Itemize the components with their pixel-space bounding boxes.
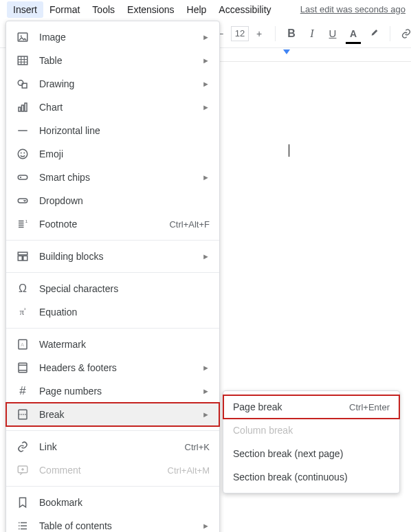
toolbar-divider bbox=[275, 26, 276, 41]
menu-item-label: Headers & footers bbox=[39, 362, 202, 373]
menu-item-break[interactable]: Break► bbox=[6, 403, 219, 426]
svg-rect-18 bbox=[23, 256, 27, 261]
menu-item-label: Image bbox=[39, 32, 202, 43]
submenu-arrow-icon: ► bbox=[202, 80, 210, 88]
menu-item-shortcut: Ctrl+K bbox=[185, 442, 210, 452]
link-icon bbox=[401, 28, 411, 39]
underline-button[interactable]: U bbox=[324, 25, 342, 43]
submenu-item-page-break[interactable]: Page breakCtrl+Enter bbox=[223, 395, 399, 419]
font-size-plus[interactable]: + bbox=[250, 25, 268, 43]
svg-point-2 bbox=[21, 35, 22, 36]
menu-item-equation[interactable]: π²Equation bbox=[6, 300, 219, 324]
menu-accessibility[interactable]: Accessibility bbox=[212, 1, 277, 18]
menu-item-label: Equation bbox=[39, 307, 210, 318]
smartchips-icon bbox=[16, 170, 30, 184]
submenu-arrow-icon: ► bbox=[202, 173, 210, 181]
menu-item-smart-chips[interactable]: Smart chips► bbox=[6, 166, 219, 189]
emoji-icon bbox=[16, 147, 30, 161]
menu-extensions[interactable]: Extensions bbox=[121, 1, 180, 18]
submenu-arrow-icon: ► bbox=[202, 56, 210, 65]
submenu-arrow-icon: ► bbox=[202, 252, 210, 261]
submenu-item-label: Section break (next page) bbox=[233, 448, 390, 459]
svg-point-9 bbox=[18, 149, 27, 159]
text-color-button[interactable]: A bbox=[344, 25, 362, 43]
menu-item-chart[interactable]: Chart► bbox=[6, 96, 219, 119]
menu-item-page-numbers[interactable]: #Page numbers► bbox=[6, 379, 219, 403]
svg-rect-21 bbox=[19, 363, 27, 373]
menu-item-shortcut: Ctrl+Alt+M bbox=[168, 465, 210, 476]
table-icon bbox=[16, 54, 30, 67]
svg-point-10 bbox=[21, 153, 22, 154]
menu-item-link[interactable]: LinkCtrl+K bbox=[6, 435, 219, 458]
submenu-arrow-icon: ► bbox=[202, 364, 210, 372]
submenu-item-column-break: Column break bbox=[223, 419, 399, 442]
svg-rect-12 bbox=[18, 175, 27, 179]
menu-item-shortcut: Ctrl+Alt+F bbox=[169, 219, 210, 230]
last-edit-link[interactable]: Last edit was seconds ago bbox=[300, 4, 406, 14]
submenu-item-section-break-continuous-[interactable]: Section break (continuous) bbox=[223, 465, 399, 489]
svg-point-13 bbox=[20, 177, 21, 178]
submenu-arrow-icon: ► bbox=[202, 33, 210, 41]
menu-item-table[interactable]: Table► bbox=[6, 49, 219, 72]
font-size-input[interactable]: 12 bbox=[231, 26, 249, 41]
menu-item-table-of-contents[interactable]: Table of contents► bbox=[6, 514, 219, 532]
menu-separator bbox=[6, 328, 219, 329]
menu-item-label: Bookmark bbox=[39, 497, 210, 508]
menu-item-label: Footnote bbox=[39, 219, 169, 230]
highlight-color-button[interactable] bbox=[365, 25, 383, 43]
chart-icon bbox=[16, 100, 30, 114]
menu-item-label: Special characters bbox=[39, 283, 210, 294]
svg-point-11 bbox=[23, 153, 25, 154]
dropdown-icon bbox=[16, 194, 30, 208]
italic-button[interactable]: I bbox=[303, 25, 321, 43]
watermark-icon: A bbox=[16, 337, 30, 351]
menu-item-bookmark[interactable]: Bookmark bbox=[6, 491, 219, 514]
menubar: Insert Format Tools Extensions Help Acce… bbox=[0, 0, 411, 19]
menu-tools[interactable]: Tools bbox=[86, 1, 121, 18]
bold-button[interactable]: B bbox=[282, 25, 300, 43]
menu-insert[interactable]: Insert bbox=[7, 1, 43, 18]
menu-item-dropdown[interactable]: Dropdown bbox=[6, 189, 219, 212]
menu-item-label: Link bbox=[39, 441, 185, 452]
menu-item-label: Table bbox=[39, 55, 202, 66]
menu-item-image[interactable]: Image► bbox=[6, 25, 219, 49]
menu-help[interactable]: Help bbox=[181, 1, 213, 18]
menu-item-horizontal-line[interactable]: Horizontal line bbox=[6, 119, 219, 142]
menu-item-headers-footers[interactable]: Headers & footers► bbox=[6, 356, 219, 379]
menu-item-label: Dropdown bbox=[39, 195, 210, 206]
toolbar-divider bbox=[390, 26, 390, 41]
submenu-item-label: Section break (continuous) bbox=[233, 472, 390, 483]
menu-item-emoji[interactable]: Emoji bbox=[6, 142, 219, 166]
svg-rect-8 bbox=[25, 103, 27, 111]
submenu-item-section-break-next-page-[interactable]: Section break (next page) bbox=[223, 442, 399, 465]
menu-item-label: Table of contents bbox=[39, 520, 202, 531]
menu-item-label: Chart bbox=[39, 102, 202, 113]
drawing-icon bbox=[16, 77, 30, 91]
menu-item-label: Break bbox=[39, 409, 202, 420]
menu-item-building-blocks[interactable]: Building blocks► bbox=[6, 245, 219, 268]
svg-rect-7 bbox=[22, 105, 24, 111]
hline-icon bbox=[16, 124, 30, 137]
menu-format[interactable]: Format bbox=[43, 1, 86, 18]
menu-item-label: Emoji bbox=[39, 148, 210, 159]
bookmark-icon bbox=[16, 496, 30, 509]
svg-rect-17 bbox=[18, 256, 22, 261]
menu-separator bbox=[6, 486, 219, 487]
break-submenu: Page breakCtrl+EnterColumn breakSection … bbox=[223, 390, 400, 494]
ruler bbox=[220, 49, 411, 62]
footnote-icon: 1 bbox=[16, 217, 30, 231]
menu-item-label: Watermark bbox=[39, 339, 210, 350]
menu-item-label: Drawing bbox=[39, 78, 202, 89]
submenu-arrow-icon: ► bbox=[202, 522, 210, 530]
menu-item-drawing[interactable]: Drawing► bbox=[6, 72, 219, 96]
insert-link-button[interactable] bbox=[397, 25, 411, 43]
menu-separator bbox=[6, 272, 219, 273]
submenu-item-label: Column break bbox=[233, 425, 390, 436]
link-icon bbox=[16, 440, 30, 454]
menu-item-watermark[interactable]: AWatermark bbox=[6, 333, 219, 356]
indent-marker[interactable] bbox=[283, 49, 290, 54]
menu-item-special-characters[interactable]: ΩSpecial characters bbox=[6, 277, 219, 300]
svg-rect-6 bbox=[19, 107, 21, 111]
menu-item-footnote[interactable]: 1FootnoteCtrl+Alt+F bbox=[6, 212, 219, 236]
submenu-arrow-icon: ► bbox=[202, 103, 210, 111]
